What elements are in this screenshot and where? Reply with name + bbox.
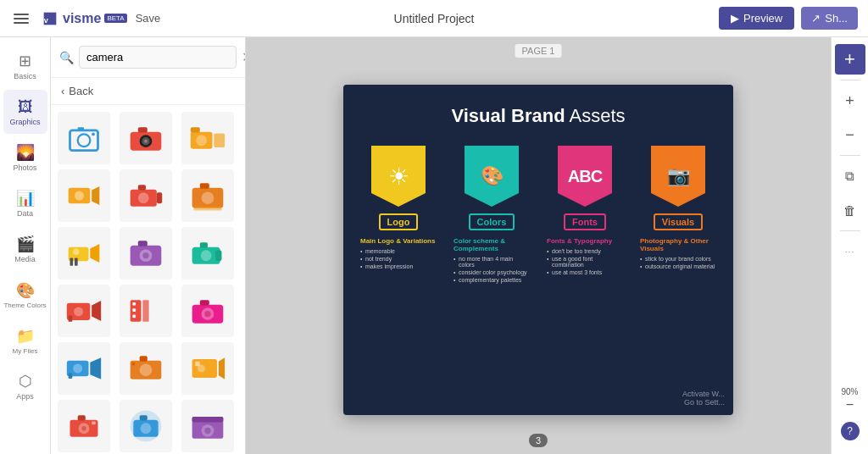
banner-colors: 🎨 Colors: [453, 142, 530, 230]
zoom-minus-button[interactable]: −: [846, 398, 854, 412]
graphic-camera-pink[interactable]: [181, 285, 234, 337]
delete-button[interactable]: 🗑: [835, 195, 865, 225]
theme-colors-icon: 🎨: [16, 281, 35, 300]
svg-rect-14: [214, 134, 225, 148]
graphic-video-cam-yellow[interactable]: [58, 227, 110, 280]
sidebar-item-graphics[interactable]: 🖼 Graphics: [3, 90, 47, 134]
graphic-video-cam-blue[interactable]: [58, 342, 110, 395]
logo-text: visme: [63, 11, 101, 26]
descriptions-row: Main Logo & Variations memorable not tre…: [343, 230, 733, 285]
svg-rect-68: [92, 422, 96, 425]
project-title[interactable]: Untitled Project: [394, 12, 475, 25]
svg-rect-46: [132, 308, 136, 312]
sidebar-item-basics[interactable]: ⊞ Basics: [3, 44, 47, 88]
graphic-camera-purple[interactable]: [120, 227, 172, 280]
back-button[interactable]: ‹ Back: [51, 78, 245, 105]
banner-logo-label: Logo: [379, 213, 419, 230]
data-label: Data: [17, 209, 33, 218]
more-icon: ···: [845, 247, 854, 257]
graphic-camera-box[interactable]: [181, 400, 234, 452]
zoom-out-button[interactable]: −: [835, 119, 865, 150]
topbar-right: ▶ Preview ↗ Sh...: [719, 7, 858, 30]
svg-rect-45: [132, 302, 136, 306]
help-button[interactable]: ?: [841, 422, 860, 447]
watermark-line2: Go to Sett...: [682, 398, 725, 407]
toolbar-separator-3: [840, 230, 860, 231]
theme-colors-label: Theme Colors: [3, 302, 46, 309]
canvas-area: PAGE 1 Visual Brand Assets ☀ Logo: [246, 37, 831, 454]
graphic-video-camcorder[interactable]: [58, 285, 110, 337]
svg-rect-71: [140, 415, 147, 420]
desc-logo-item-1: memorable: [360, 248, 437, 254]
svg-point-76: [204, 428, 210, 434]
toolbar-separator-1: [840, 80, 860, 80]
banner-colors-label: Colors: [469, 213, 515, 230]
logo-icon: v: [41, 9, 59, 28]
share-button[interactable]: ↗ Sh...: [801, 7, 858, 30]
hamburger-button[interactable]: [10, 10, 32, 27]
graphic-camera-instant[interactable]: [181, 169, 234, 222]
svg-rect-65: [78, 415, 86, 420]
desc-visuals-item-1: stick to your brand colors: [640, 256, 716, 262]
graphic-camera-circle[interactable]: [120, 400, 172, 452]
share-label: Sh...: [825, 12, 848, 25]
more-button[interactable]: ···: [835, 236, 865, 267]
svg-rect-23: [200, 183, 209, 188]
zoom-in-button[interactable]: +: [835, 86, 865, 116]
banner-colors-shape: 🎨: [461, 142, 522, 210]
visuals-icon: 📷: [667, 165, 690, 187]
svg-point-51: [204, 311, 210, 317]
watermark-line1: Activate W...: [682, 390, 725, 398]
svg-point-20: [138, 192, 149, 203]
sidebar-item-my-files[interactable]: 📁 My Files: [3, 318, 47, 363]
sidebar-item-theme-colors[interactable]: 🎨 Theme Colors: [3, 273, 47, 317]
share-icon: ↗: [811, 12, 821, 25]
save-button[interactable]: Save: [136, 12, 161, 25]
copy-button[interactable]: ⧉: [835, 161, 865, 191]
graphic-camera-folder[interactable]: [181, 112, 234, 164]
apps-icon: ⬡: [19, 372, 32, 390]
desc-logo-item-3: makes impression: [360, 263, 437, 269]
graphic-camera-red[interactable]: [120, 169, 172, 222]
sidebar-item-apps[interactable]: ⬡ Apps: [3, 364, 47, 408]
banner-fonts-shape: ABC: [554, 142, 615, 210]
slide-title-normal: Assets: [565, 105, 626, 126]
data-icon: 📊: [16, 189, 35, 208]
svg-rect-21: [157, 192, 162, 203]
sidebar-item-photos[interactable]: 🌄 Photos: [3, 136, 47, 180]
graphic-camera-simple[interactable]: [58, 400, 110, 452]
desc-colors-item-1: no more than 4 main colors: [453, 256, 530, 268]
svg-rect-29: [70, 258, 74, 266]
graphic-camera-orange2[interactable]: [120, 342, 172, 395]
preview-button[interactable]: ▶ Preview: [719, 7, 794, 30]
svg-point-58: [140, 364, 153, 377]
svg-rect-43: [131, 300, 142, 322]
svg-marker-61: [219, 357, 225, 379]
desc-logo: Main Logo & Variations memorable not tre…: [360, 237, 437, 285]
banner-logo: ☀ Logo: [360, 142, 437, 230]
add-button[interactable]: +: [835, 44, 865, 75]
desc-fonts-title: Fonts & Typography: [547, 237, 623, 245]
desc-fonts-item-1: don't be too trendy: [547, 248, 623, 254]
banner-logo-shape: ☀: [368, 142, 429, 210]
graphic-film-strip[interactable]: [120, 285, 172, 337]
graphic-camera-teal[interactable]: [181, 227, 234, 280]
svg-rect-57: [140, 356, 147, 361]
slide-title-bold: Visual Brand: [451, 105, 565, 126]
search-input[interactable]: [79, 46, 236, 69]
svg-rect-74: [192, 417, 224, 422]
canvas-slide[interactable]: Visual Brand Assets ☀ Logo: [343, 85, 733, 415]
svg-rect-7: [138, 127, 147, 132]
sidebar-item-media[interactable]: 🎬 Media: [3, 227, 47, 271]
sidebar-item-data[interactable]: 📊 Data: [3, 181, 47, 225]
svg-marker-53: [90, 357, 101, 379]
search-icon: 🔍: [59, 51, 74, 64]
desc-fonts-item-2: use a good font combination: [547, 256, 623, 268]
basics-icon: ⊞: [19, 52, 31, 70]
svg-rect-49: [200, 300, 209, 305]
graphic-camera-outline[interactable]: [58, 112, 110, 164]
graphic-video-retro[interactable]: [181, 342, 234, 395]
graphic-camera-dslr[interactable]: [120, 112, 172, 164]
back-arrow-icon: ‹: [61, 85, 64, 97]
graphic-video-camera[interactable]: [58, 169, 110, 222]
